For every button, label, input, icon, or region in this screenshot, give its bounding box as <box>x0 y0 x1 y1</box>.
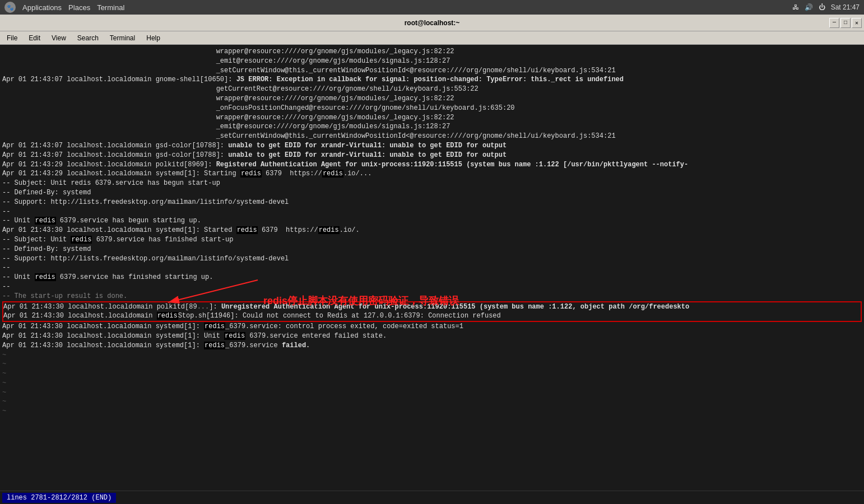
term-line: _emit@resource:////org/gnome/gjs/modules… <box>2 122 862 132</box>
menu-edit[interactable]: Edit <box>24 33 45 43</box>
term-line-error1: Apr 01 21:43:30 localhost.localdomain po… <box>3 302 861 312</box>
term-line: -- Subject: Unit redis 6379.service has … <box>2 235 862 245</box>
window-controls: ─ □ ✕ <box>829 18 862 28</box>
term-line: Apr 01 21:43:07 localhost.localdomain gn… <box>2 75 862 85</box>
os-icon: 🐾 <box>4 2 16 13</box>
term-line: Apr 01 21:43:30 localhost.localdomain sy… <box>2 226 862 235</box>
system-bar-left: 🐾 Applications Places Terminal <box>4 2 124 13</box>
term-line: _setCurrentWindow@this._currentWindowPos… <box>2 132 862 141</box>
term-line: -- <box>2 282 862 292</box>
term-line: wrapper@resource:////org/gnome/gjs/modul… <box>2 113 862 123</box>
maximize-button[interactable]: □ <box>840 18 851 28</box>
term-line: Apr 01 21:43:29 localhost.localdomain po… <box>2 160 862 170</box>
tilde-line: ~ <box>2 360 862 369</box>
tilde-line: ~ <box>2 379 862 388</box>
term-line: wrapper@resource:////org/gnome/gjs/modul… <box>2 94 862 104</box>
window-title: root@localhost:~ <box>405 19 460 27</box>
menu-terminal[interactable]: Terminal <box>105 33 140 43</box>
term-line: Apr 01 21:43:30 localhost.localdomain sy… <box>2 322 862 332</box>
places-menu[interactable]: Places <box>68 3 90 12</box>
tilde-line: ~ <box>2 397 862 407</box>
term-line: _setCurrentWindow@this._currentWindowPos… <box>2 66 862 76</box>
menu-bar: File Edit View Search Terminal Help <box>0 31 864 45</box>
term-line: -- Support: http://lists.freedesktop.org… <box>2 254 862 264</box>
term-line: Apr 01 21:43:30 localhost.localdomain sy… <box>2 341 862 351</box>
term-line: Apr 01 21:43:29 localhost.localdomain sy… <box>2 169 862 179</box>
status-bar: lines 2781-2812/2812 (END) <box>0 491 864 504</box>
term-line: wrapper@resource:////org/gnome/gjs/modul… <box>2 47 862 57</box>
tilde-line: ~ <box>2 388 862 398</box>
volume-icon: 🔊 <box>805 3 813 11</box>
menu-search[interactable]: Search <box>73 33 103 43</box>
term-line: -- Subject: Unit redis 6379.service has … <box>2 179 862 188</box>
term-line: -- The start-up result is done. <box>2 292 862 301</box>
tilde-line: ~ <box>2 351 862 360</box>
term-line: _emit@resource:////org/gnome/gjs/modules… <box>2 57 862 66</box>
applications-menu[interactable]: Applications <box>22 3 62 12</box>
network-icon: 🖧 <box>792 3 799 11</box>
term-line: -- Unit redis 6379.service has finished … <box>2 273 862 282</box>
system-bar-right: 🖧 🔊 ⏻ Sat 21:47 <box>792 3 860 11</box>
tilde-line: ~ <box>2 407 862 416</box>
minimize-button[interactable]: ─ <box>829 18 839 28</box>
terminal-content[interactable]: wrapper@resource:////org/gnome/gjs/modul… <box>0 45 864 491</box>
title-bar: root@localhost:~ ─ □ ✕ <box>0 15 864 31</box>
term-line: -- Defined-By: systemd <box>2 245 862 254</box>
term-line: Apr 01 21:43:07 localhost.localdomain gs… <box>2 141 862 151</box>
lines-info: lines 2781-2812/2812 (END) <box>2 493 116 503</box>
term-line: Apr 01 21:43:30 localhost.localdomain sy… <box>2 332 862 341</box>
system-bar: 🐾 Applications Places Terminal 🖧 🔊 ⏻ Sat… <box>0 0 864 15</box>
menu-file[interactable]: File <box>2 33 22 43</box>
datetime: Sat 21:47 <box>831 3 860 11</box>
menu-help[interactable]: Help <box>142 33 165 43</box>
term-line: -- Support: http://lists.freedesktop.org… <box>2 198 862 207</box>
term-line: _onFocusPositionChanged@resource:////org… <box>2 104 862 113</box>
power-icon: ⏻ <box>819 3 825 11</box>
term-line: getCurrentRect@resource:////org/gnome/sh… <box>2 85 862 94</box>
terminal-menu[interactable]: Terminal <box>97 3 124 12</box>
term-line-error2: Apr 01 21:43:30 localhost.localdomain re… <box>3 311 861 321</box>
tilde-line: ~ <box>2 369 862 379</box>
terminal-window: root@localhost:~ ─ □ ✕ File Edit View Se… <box>0 15 864 504</box>
term-line: -- <box>2 263 862 273</box>
menu-view[interactable]: View <box>47 33 71 43</box>
term-line: -- Defined-By: systemd <box>2 188 862 198</box>
close-button[interactable]: ✕ <box>852 18 862 28</box>
term-line: -- Unit redis 6379.service has begun sta… <box>2 216 862 226</box>
term-line: -- <box>2 207 862 217</box>
term-line: Apr 01 21:43:07 localhost.localdomain gs… <box>2 151 862 160</box>
